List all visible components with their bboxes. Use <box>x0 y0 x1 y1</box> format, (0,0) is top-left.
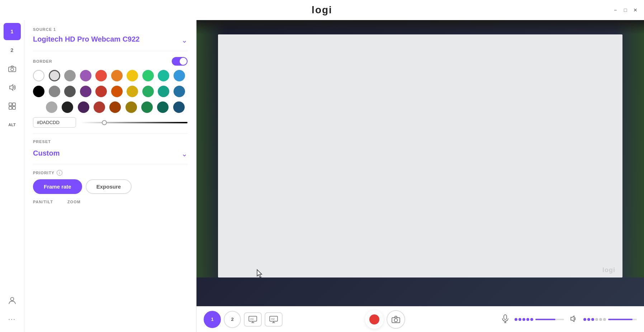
toggle-thumb <box>180 58 187 65</box>
svg-rect-3 <box>9 103 12 106</box>
speaker-icon <box>8 84 16 91</box>
color-hex-input[interactable] <box>33 117 76 128</box>
more-label: ··· <box>8 316 16 323</box>
sidebar-source1-label: 1 <box>11 29 14 34</box>
color-swatch-dark-orange[interactable] <box>111 86 123 97</box>
color-swatch-dark-red[interactable] <box>95 86 107 97</box>
maximize-button[interactable]: □ <box>622 7 628 13</box>
speaker-slider-fill <box>608 319 633 320</box>
color-swatch-gray[interactable] <box>64 70 76 81</box>
user-icon <box>9 297 16 304</box>
color-swatch-very-dark-teal[interactable] <box>157 101 169 113</box>
vol-dot-2 <box>518 318 521 321</box>
color-swatch-very-dark-purple[interactable] <box>78 101 89 113</box>
color-grid-row1 <box>33 70 188 81</box>
color-swatch-yellow[interactable] <box>127 70 138 81</box>
color-swatch-light-gray[interactable] <box>46 101 57 113</box>
video-top-overlay <box>196 20 644 34</box>
color-swatch-red[interactable] <box>95 70 107 81</box>
sidebar-item-camera[interactable] <box>4 60 21 77</box>
priority-btn-framerate[interactable]: Frame rate <box>33 179 82 194</box>
svg-marker-15 <box>571 316 574 322</box>
priority-info-icon[interactable]: i <box>57 170 62 176</box>
svg-point-7 <box>10 298 14 301</box>
divider2 <box>33 133 188 134</box>
toolbar-source2-btn[interactable]: 2 <box>224 311 241 328</box>
color-swatch-selected[interactable] <box>49 70 60 81</box>
minimize-button[interactable]: − <box>612 7 618 13</box>
snapshot-button[interactable] <box>387 310 405 329</box>
settings-panel: SOURCE 1 Logitech HD Pro Webcam C922 ⌄ B… <box>24 20 196 332</box>
pan-zoom-row: PAN/TILT ZOOM <box>33 200 188 204</box>
video-content: logi <box>196 20 644 306</box>
color-swatch-teal[interactable] <box>158 70 169 81</box>
color-swatch-very-dark-blue[interactable] <box>173 101 185 113</box>
color-swatch-dark-blue[interactable] <box>174 86 185 97</box>
color-swatch-dark-green[interactable] <box>142 86 154 97</box>
window-controls: − □ ✕ <box>612 7 638 13</box>
color-swatch-blue[interactable] <box>174 70 185 81</box>
spk-dot-1 <box>583 318 586 321</box>
color-swatch-very-dark-green[interactable] <box>141 101 153 113</box>
color-swatch-transparent[interactable] <box>33 70 44 81</box>
color-swatch-mid-gray[interactable] <box>49 86 60 97</box>
color-slider[interactable] <box>80 122 188 123</box>
color-swatch-dark-teal[interactable] <box>158 86 169 97</box>
vol-dot-1 <box>515 318 517 321</box>
video-white-panel <box>218 34 622 278</box>
color-swatch-dark-gray[interactable] <box>64 86 76 97</box>
camera-dropdown-row: Logitech HD Pro Webcam C922 ⌄ <box>33 34 188 45</box>
color-grid-row2 <box>33 86 188 97</box>
preset-dropdown-arrow[interactable]: ⌄ <box>181 150 188 158</box>
alt-label: ALT <box>8 123 16 127</box>
sidebar-item-source2[interactable]: 2 <box>4 42 21 59</box>
color-swatch-very-dark-yellow[interactable] <box>126 101 137 113</box>
color-swatch-orange[interactable] <box>111 70 123 81</box>
sidebar-item-audio[interactable] <box>4 79 21 96</box>
priority-btn-exposure[interactable]: Exposure <box>86 179 132 194</box>
toolbar-right-controls <box>502 314 637 324</box>
color-swatch-purple[interactable] <box>80 70 91 81</box>
volume-slider[interactable] <box>535 319 564 320</box>
record-button[interactable] <box>365 310 384 329</box>
color-swatch-dark-purple[interactable] <box>80 86 91 97</box>
volume-dots <box>515 318 533 321</box>
sidebar-source2-label: 2 <box>11 47 14 53</box>
camera-icon <box>8 66 16 72</box>
mic-button[interactable] <box>502 314 509 324</box>
color-grid-row3 <box>46 101 188 113</box>
speaker-button[interactable] <box>570 315 578 324</box>
camera-snap-icon <box>392 316 400 323</box>
video-area: logi 1 2 m1 m <box>196 20 644 332</box>
close-button[interactable]: ✕ <box>633 7 638 13</box>
sidebar-item-alt[interactable]: ALT <box>4 116 21 133</box>
sidebar-item-more[interactable]: ··· <box>4 310 21 328</box>
color-swatch-dark-yellow[interactable] <box>127 86 138 97</box>
border-toggle[interactable] <box>172 57 188 66</box>
color-slider-thumb[interactable] <box>102 120 107 125</box>
sidebar-item-source1[interactable]: 1 <box>4 23 21 40</box>
camera-dropdown-arrow[interactable]: ⌄ <box>181 36 188 44</box>
color-swatch-very-dark-red[interactable] <box>94 101 105 113</box>
color-swatch-very-dark-orange[interactable] <box>109 101 121 113</box>
sidebar-item-layout[interactable] <box>4 98 21 115</box>
color-swatch-black[interactable] <box>33 86 44 97</box>
main-container: 1 2 AL <box>0 20 644 332</box>
monitor2-icon: m2 <box>269 316 278 323</box>
sidebar-item-user[interactable] <box>4 292 21 309</box>
color-swatch-green[interactable] <box>142 70 154 81</box>
icon-sidebar: 1 2 AL <box>0 20 24 332</box>
record-dot <box>369 314 379 324</box>
color-swatch-very-dark-gray[interactable] <box>62 101 73 113</box>
toolbar-source1-btn[interactable]: 1 <box>204 311 221 328</box>
speaker-icon-toolbar <box>570 315 578 322</box>
toolbar-monitor2-btn[interactable]: m2 <box>265 312 283 327</box>
svg-point-1 <box>11 68 14 71</box>
monitor1-icon: m1 <box>248 316 257 323</box>
svg-marker-2 <box>10 85 13 90</box>
zoom-label: ZOOM <box>67 200 81 204</box>
toolbar-monitor1-btn[interactable]: m1 <box>244 312 262 327</box>
speaker-slider[interactable] <box>608 319 637 320</box>
video-watermark: logi <box>602 266 615 274</box>
svg-rect-6 <box>13 106 15 109</box>
